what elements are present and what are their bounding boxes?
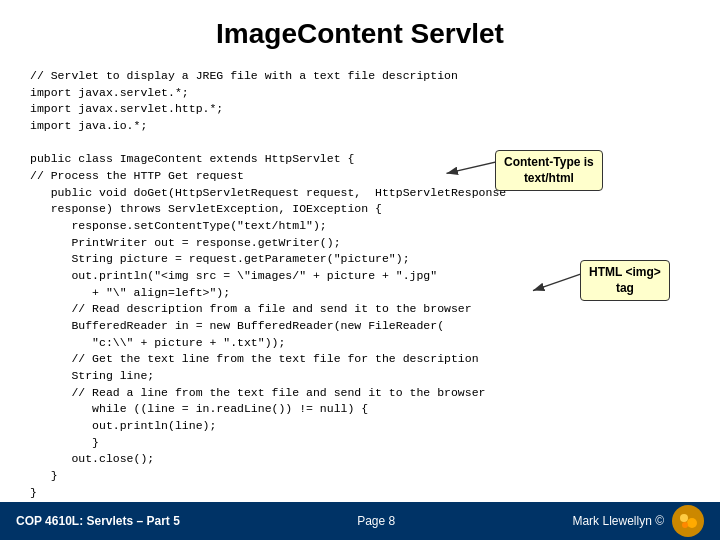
- footer-logo: [672, 505, 704, 537]
- footer-right-group: Mark Llewellyn ©: [572, 505, 704, 537]
- code-line-16: BufferedReader in = new BufferedReader(n…: [30, 319, 444, 332]
- slide: ImageContent Servlet // Servlet to displ…: [0, 0, 720, 540]
- code-line-23: }: [30, 436, 99, 449]
- code-line-13: out.println("<img src = \"images/" + pic…: [30, 269, 437, 282]
- code-line-9: response) throws ServletException, IOExc…: [30, 202, 382, 215]
- svg-point-3: [687, 518, 697, 528]
- code-line-7: // Process the HTTP Get request: [30, 169, 244, 182]
- code-line-20: // Read a line from the text file and se…: [30, 386, 485, 399]
- code-line-4: import java.io.*;: [30, 119, 147, 132]
- footer-page: Page 8: [357, 514, 395, 528]
- code-line-19: String line;: [30, 369, 154, 382]
- code-line-12: String picture = request.getParameter("p…: [30, 252, 410, 265]
- code-line-17: "c:\\" + picture + ".txt"));: [30, 336, 285, 349]
- callout-content-type-text: Content-Type istext/html: [504, 155, 594, 185]
- code-line-18: // Get the text line from the text file …: [30, 352, 479, 365]
- code-line-15: // Read description from a file and send…: [30, 302, 472, 315]
- svg-point-2: [680, 514, 688, 522]
- code-line-8: public void doGet(HttpServletRequest req…: [30, 186, 506, 199]
- code-line-1: // Servlet to display a JREG file with a…: [30, 69, 458, 82]
- code-line-3: import javax.servlet.http.*;: [30, 102, 223, 115]
- callout-img-tag: HTML <img>tag: [580, 260, 670, 301]
- code-line-24: out.close();: [30, 452, 154, 465]
- code-line-11: PrintWriter out = response.getWriter();: [30, 236, 341, 249]
- code-line-6: public class ImageContent extends HttpSe…: [30, 152, 354, 165]
- svg-point-4: [682, 522, 688, 528]
- slide-content: // Servlet to display a JREG file with a…: [0, 60, 720, 502]
- code-line-10: response.setContentType("text/html");: [30, 219, 327, 232]
- code-line-21: while ((line = in.readLine()) != null) {: [30, 402, 368, 415]
- slide-footer: COP 4610L: Servlets – Part 5 Page 8 Mark…: [0, 502, 720, 540]
- code-line-26: }: [30, 486, 37, 499]
- callout-content-type: Content-Type istext/html: [495, 150, 603, 191]
- footer-author: Mark Llewellyn ©: [572, 514, 664, 528]
- slide-title: ImageContent Servlet: [0, 0, 720, 60]
- footer-course: COP 4610L: Servlets – Part 5: [16, 514, 180, 528]
- code-line-25: }: [30, 469, 58, 482]
- callout-img-tag-text: HTML <img>tag: [589, 265, 661, 295]
- code-line-14: + "\" align=left>");: [30, 286, 230, 299]
- code-line-2: import javax.servlet.*;: [30, 86, 189, 99]
- code-line-22: out.println(line);: [30, 419, 216, 432]
